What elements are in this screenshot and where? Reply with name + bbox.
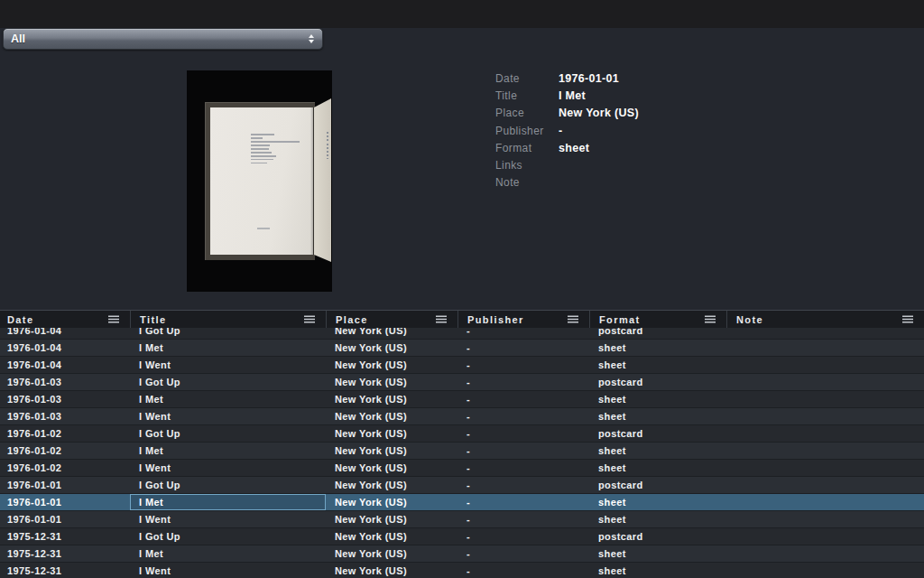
cell-place[interactable]: New York (US) — [326, 443, 457, 459]
cell-date[interactable]: 1976-01-03 — [0, 374, 130, 390]
cell-place[interactable]: New York (US) — [326, 511, 457, 527]
cell-place[interactable]: New York (US) — [326, 477, 457, 493]
cell-date[interactable]: 1976-01-03 — [0, 408, 130, 424]
cell-date[interactable]: 1976-01-02 — [0, 443, 130, 459]
cell-note[interactable] — [726, 477, 924, 493]
table-row[interactable]: 1976-01-03I Got UpNew York (US)-postcard — [0, 374, 924, 391]
column-header-format[interactable]: Format — [589, 311, 726, 328]
cell-date[interactable]: 1976-01-04 — [0, 340, 130, 356]
cell-note[interactable] — [726, 443, 924, 459]
cell-place[interactable]: New York (US) — [326, 528, 457, 545]
cell-format[interactable]: sheet — [589, 357, 726, 373]
cell-note[interactable] — [726, 408, 924, 424]
cell-date[interactable]: 1975-12-31 — [0, 545, 130, 562]
cell-format[interactable]: sheet — [589, 408, 726, 424]
cell-date[interactable]: 1976-01-01 — [0, 494, 130, 510]
cell-place[interactable]: New York (US) — [326, 340, 457, 356]
cell-format[interactable]: postcard — [589, 528, 726, 545]
cell-note[interactable] — [726, 460, 924, 476]
column-header-publisher[interactable]: Publisher — [457, 311, 589, 328]
column-header-title[interactable]: Title — [130, 311, 326, 328]
cell-title[interactable]: I Got Up — [130, 477, 326, 493]
table-row[interactable]: 1976-01-01I MetNew York (US)-sheet — [0, 494, 924, 511]
cell-publisher[interactable]: - — [457, 511, 589, 527]
cell-note[interactable] — [726, 494, 924, 510]
column-header-place[interactable]: Place — [326, 311, 457, 328]
cell-note[interactable] — [726, 425, 924, 442]
cell-date[interactable]: 1976-01-03 — [0, 391, 130, 407]
cell-place[interactable]: New York (US) — [326, 425, 457, 442]
cell-date[interactable]: 1976-01-01 — [0, 477, 130, 493]
column-menu-icon[interactable] — [436, 315, 447, 323]
cell-place[interactable]: New York (US) — [326, 460, 457, 476]
cell-title[interactable]: I Met — [130, 494, 326, 510]
cell-publisher[interactable]: - — [457, 340, 589, 356]
cell-date[interactable]: 1976-01-04 — [0, 357, 130, 373]
cell-note[interactable] — [726, 328, 924, 339]
table-row[interactable]: 1975-12-31I WentNew York (US)-sheet — [0, 563, 924, 578]
cell-format[interactable]: sheet — [589, 511, 726, 527]
cell-note[interactable] — [726, 374, 924, 390]
cell-title[interactable]: I Got Up — [130, 425, 326, 442]
cell-publisher[interactable]: - — [457, 443, 589, 459]
cell-publisher[interactable]: - — [457, 391, 589, 407]
cell-date[interactable]: 1976-01-02 — [0, 460, 130, 476]
cell-publisher[interactable]: - — [457, 563, 589, 578]
cell-format[interactable]: sheet — [589, 494, 726, 510]
table-row[interactable]: 1976-01-02I WentNew York (US)-sheet — [0, 460, 924, 477]
cell-date[interactable]: 1975-12-31 — [0, 563, 130, 578]
table-row[interactable]: 1976-01-02I Got UpNew York (US)-postcard — [0, 425, 924, 443]
cell-publisher[interactable]: - — [457, 328, 589, 339]
column-menu-icon[interactable] — [902, 315, 913, 323]
cell-place[interactable]: New York (US) — [326, 494, 457, 510]
table-row[interactable]: 1976-01-04I WentNew York (US)-sheet — [0, 357, 924, 374]
cell-place[interactable]: New York (US) — [326, 545, 457, 562]
cell-format[interactable]: sheet — [589, 545, 726, 562]
table-row[interactable]: 1976-01-01I Got UpNew York (US)-postcard — [0, 477, 924, 494]
cell-note[interactable] — [726, 563, 924, 578]
column-menu-icon[interactable] — [108, 315, 119, 323]
cell-note[interactable] — [726, 340, 924, 356]
cell-title[interactable]: I Got Up — [130, 328, 326, 339]
table-row[interactable]: 1975-12-31I Got UpNew York (US)-postcard — [0, 528, 924, 545]
cell-date[interactable]: 1976-01-01 — [0, 511, 130, 527]
table-row[interactable]: 1976-01-04I MetNew York (US)-sheet — [0, 340, 924, 357]
cell-title[interactable]: I Got Up — [130, 528, 326, 545]
cell-place[interactable]: New York (US) — [326, 408, 457, 424]
cell-format[interactable]: sheet — [589, 340, 726, 356]
table-row[interactable]: 1976-01-04I Got UpNew York (US)-postcard — [0, 328, 924, 340]
cell-title[interactable]: I Met — [130, 391, 326, 407]
cell-publisher[interactable]: - — [457, 460, 589, 476]
cell-publisher[interactable]: - — [457, 425, 589, 442]
cell-format[interactable]: postcard — [589, 425, 726, 442]
filter-select[interactable]: All — [3, 28, 323, 50]
cell-date[interactable]: 1976-01-02 — [0, 425, 130, 442]
cell-place[interactable]: New York (US) — [326, 563, 457, 578]
cell-publisher[interactable]: - — [457, 494, 589, 510]
cell-place[interactable]: New York (US) — [326, 391, 457, 407]
cell-title[interactable]: I Went — [130, 511, 326, 527]
cell-note[interactable] — [726, 391, 924, 407]
cell-place[interactable]: New York (US) — [326, 328, 457, 339]
cell-publisher[interactable]: - — [457, 374, 589, 390]
cell-publisher[interactable]: - — [457, 545, 589, 562]
cell-publisher[interactable]: - — [457, 528, 589, 545]
cell-title[interactable]: I Got Up — [130, 374, 326, 390]
cell-format[interactable]: sheet — [589, 460, 726, 476]
cell-date[interactable]: 1975-12-31 — [0, 528, 130, 545]
cell-place[interactable]: New York (US) — [326, 357, 457, 373]
column-menu-icon[interactable] — [568, 315, 578, 323]
column-menu-icon[interactable] — [304, 315, 315, 323]
column-header-note[interactable]: Note — [726, 311, 924, 328]
cell-title[interactable]: I Went — [130, 357, 326, 373]
cell-note[interactable] — [726, 511, 924, 527]
column-menu-icon[interactable] — [705, 315, 716, 323]
cell-note[interactable] — [726, 545, 924, 562]
cell-title[interactable]: I Went — [130, 563, 326, 578]
cell-note[interactable] — [726, 357, 924, 373]
table-row[interactable]: 1976-01-03I MetNew York (US)-sheet — [0, 391, 924, 408]
cell-format[interactable]: sheet — [589, 391, 726, 407]
cell-format[interactable]: sheet — [589, 563, 726, 578]
cell-format[interactable]: postcard — [589, 477, 726, 493]
cell-title[interactable]: I Went — [130, 460, 326, 476]
